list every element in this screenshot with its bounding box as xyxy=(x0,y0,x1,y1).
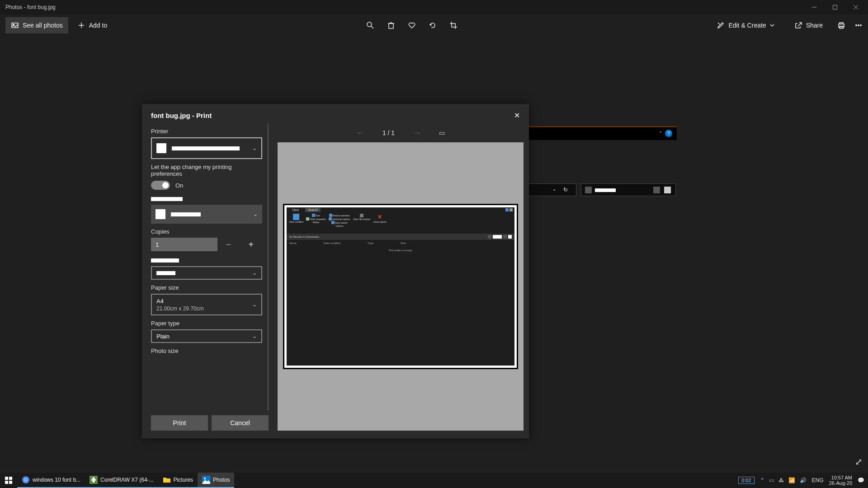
refresh-icon: ↻ xyxy=(563,187,568,193)
paper-type-select[interactable]: Plain ⌄ xyxy=(151,329,262,343)
tray-battery-icon[interactable]: ▭ xyxy=(769,477,774,483)
tray-clock[interactable]: 10:57 AM 26-Aug-20 xyxy=(829,475,852,486)
prev-page-button[interactable]: ← xyxy=(356,128,364,138)
tray-notifications-icon[interactable]: 💬 xyxy=(858,477,864,483)
taskbar-item-photos[interactable]: Photos xyxy=(198,473,234,488)
tray-volume-icon[interactable]: 🔊 xyxy=(800,477,807,483)
preview-ribbon-label: Recent searches xyxy=(333,214,350,217)
print-icon[interactable] xyxy=(837,21,845,29)
app-change-toggle[interactable] xyxy=(151,181,170,190)
ghost-dropdown: ⌄ ↻ xyxy=(522,183,576,196)
plus-icon xyxy=(77,21,85,29)
photos-icon xyxy=(202,476,210,484)
copies-label: Copies xyxy=(151,228,262,235)
share-button[interactable]: Share xyxy=(789,17,828,33)
orientation-icon xyxy=(156,209,165,219)
preview-column: Type xyxy=(368,242,373,244)
preview-ribbon-label: Save search xyxy=(335,221,348,224)
quality-value-redacted xyxy=(156,271,175,275)
start-button[interactable] xyxy=(0,473,17,488)
print-preview-panel: ← 1 / 1 → ▭ View Search xyxy=(278,123,529,437)
preview-bar-icon xyxy=(488,235,491,239)
svg-point-26 xyxy=(25,479,27,481)
printer-name-redacted xyxy=(172,146,240,150)
share-label: Share xyxy=(806,22,823,29)
share-icon xyxy=(794,21,802,29)
help-icon: ? xyxy=(665,130,672,137)
print-button[interactable]: Print xyxy=(151,415,208,431)
chrome-icon xyxy=(22,476,30,484)
delete-icon[interactable] xyxy=(387,21,395,29)
svg-rect-22 xyxy=(5,481,8,484)
add-to-button[interactable]: Add to xyxy=(72,17,113,33)
close-icon[interactable]: ✕ xyxy=(514,111,520,120)
ghost-icon xyxy=(664,187,671,193)
command-bar: See all photos Add to Edit & Create Shar… xyxy=(0,14,868,36)
maximize-button[interactable] xyxy=(825,0,845,14)
taskbar-item-label: windows 10 font b... xyxy=(33,477,80,483)
preview-ribbon-icon xyxy=(329,214,332,217)
titlebar: Photos - font bug.jpg xyxy=(0,0,868,14)
preview-ribbon-label: Options xyxy=(335,225,343,227)
printer-icon xyxy=(156,143,166,153)
preview-ribbon-icon xyxy=(329,217,332,221)
taskbar-item-pictures[interactable]: Pictures xyxy=(158,473,198,488)
preview-ribbon-label: Size xyxy=(316,214,320,217)
printer-select[interactable]: ⌄ xyxy=(151,137,262,159)
preview-column: Date modified xyxy=(324,242,340,244)
paper-size-select[interactable]: A4 21.00cm x 29.70cm ⌄ xyxy=(151,294,262,315)
window-title: Photos - font bug.jpg xyxy=(5,4,56,10)
preview-bar-icon xyxy=(503,235,507,239)
preview-ribbon-icon xyxy=(360,214,363,217)
crop-icon[interactable] xyxy=(449,21,458,29)
folder-icon xyxy=(163,476,171,484)
svg-point-19 xyxy=(860,25,861,26)
copies-plus-button[interactable]: + xyxy=(240,238,262,251)
preview-ribbon-icon xyxy=(331,221,335,224)
preview-tab: Search xyxy=(305,208,321,212)
preview-ribbon-icon xyxy=(312,214,315,217)
content-area: ⌃ ? ⌄ ↻ ⤢ font bug.jpg - Print ✕ Printer xyxy=(0,36,868,473)
svg-rect-23 xyxy=(9,481,12,484)
fullscreen-icon[interactable]: ⤢ xyxy=(855,456,863,467)
ghost-search xyxy=(581,183,676,196)
chevron-down-icon: ⌄ xyxy=(253,211,258,217)
svg-rect-10 xyxy=(389,23,393,28)
copies-input[interactable]: 1 xyxy=(151,238,217,251)
full-page-icon[interactable]: ▭ xyxy=(439,129,445,136)
zoom-icon[interactable] xyxy=(366,21,374,29)
cancel-button[interactable]: Cancel xyxy=(212,415,269,431)
close-button[interactable] xyxy=(845,0,866,14)
windows-icon xyxy=(5,476,13,484)
edit-create-button[interactable]: Edit & Create xyxy=(711,17,779,33)
preview-column: Name xyxy=(289,242,297,244)
taskbar: windows 10 font b... CorelDRAW X7 (64-..… xyxy=(0,473,868,488)
edit-icon xyxy=(717,21,725,29)
next-page-button[interactable]: → xyxy=(413,128,421,138)
tray-network-icon[interactable]: 🖧 xyxy=(778,477,784,483)
chevron-down-icon: ⌄ xyxy=(552,187,556,192)
preview-ribbon-icon xyxy=(293,214,299,220)
more-icon[interactable] xyxy=(854,21,863,29)
tray-language[interactable]: ENG xyxy=(812,477,824,483)
see-all-photos-button[interactable]: See all photos xyxy=(5,17,68,33)
minimize-button[interactable] xyxy=(804,0,825,14)
favorite-icon[interactable] xyxy=(408,21,416,29)
orientation-select[interactable]: ⌄ xyxy=(151,205,262,224)
rotate-icon[interactable] xyxy=(429,21,437,29)
paper-type-value: Plain xyxy=(156,333,170,340)
recording-badge[interactable]: 0:02 xyxy=(738,477,754,484)
tray-wifi-icon[interactable]: 📶 xyxy=(788,477,795,483)
chevron-up-icon: ⌃ xyxy=(659,131,662,136)
taskbar-item-chrome[interactable]: windows 10 font b... xyxy=(17,473,85,488)
preview-ribbon-label: Refine xyxy=(313,221,319,224)
copies-minus-button[interactable]: − xyxy=(217,238,240,251)
ghost-redacted xyxy=(595,188,616,192)
preview-ribbon-icon xyxy=(306,217,309,221)
tray-chevron-up-icon[interactable]: ⌃ xyxy=(760,477,764,483)
taskbar-item-corel[interactable]: CorelDRAW X7 (64-... xyxy=(85,473,158,488)
quality-select[interactable]: ⌄ xyxy=(151,266,262,280)
svg-line-9 xyxy=(371,26,373,28)
chevron-down-icon: ⌄ xyxy=(252,145,257,151)
preview-close-icon: ✕ xyxy=(377,214,382,220)
